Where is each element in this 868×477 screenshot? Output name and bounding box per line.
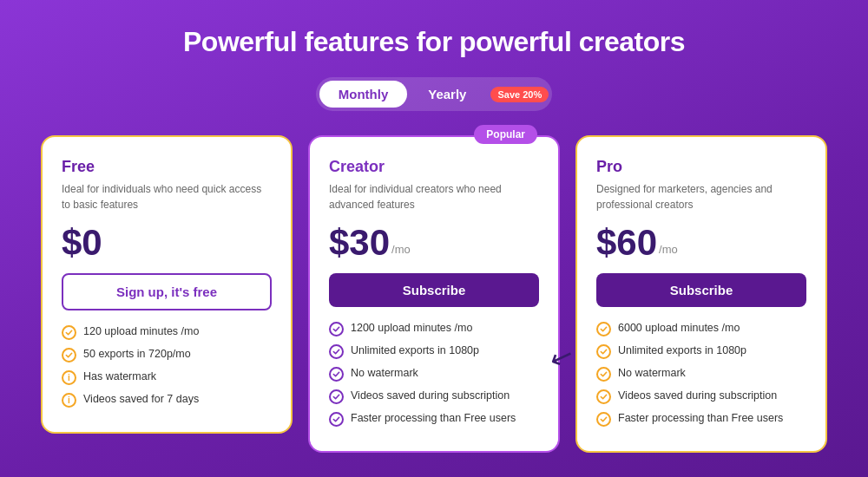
free-price-amount: $0 [62, 225, 102, 261]
list-item: 120 upload minutes /mo [62, 324, 272, 340]
list-item: Faster processing than Free users [596, 411, 806, 427]
list-item: Unlimited exports in 1080p [596, 343, 806, 359]
list-item: Videos saved during subscription [329, 389, 539, 404]
feature-text: 120 upload minutes /mo [83, 324, 199, 340]
list-item: No watermark [329, 366, 539, 382]
info-icon: i [62, 370, 76, 385]
list-item: Unlimited exports in 1080p [329, 343, 539, 359]
feature-text: Videos saved during subscription [351, 389, 510, 404]
check-icon [329, 389, 344, 404]
creator-cta-button[interactable]: Subscribe [329, 273, 539, 307]
billing-toggle-row: Monthly Yearly Save 20% [17, 77, 851, 111]
check-icon [329, 412, 344, 427]
feature-text: 50 exports in 720p/mo [83, 347, 191, 363]
feature-text: Unlimited exports in 1080p [618, 343, 746, 359]
feature-text: Videos saved for 7 days [83, 392, 199, 408]
list-item: i Videos saved for 7 days [62, 392, 272, 408]
free-plan-name: Free [62, 158, 272, 176]
creator-price-period: /mo [391, 243, 411, 256]
page-wrapper: Powerful features for powerful creators … [0, 0, 868, 477]
pro-plan-name: Pro [596, 158, 806, 176]
list-item: No watermark [596, 366, 806, 382]
feature-text: Faster processing than Free users [351, 411, 516, 427]
pro-plan-desc: Designed for marketers, agencies and pro… [596, 181, 806, 212]
free-features-list: 120 upload minutes /mo 50 exports in 720… [62, 324, 272, 408]
list-item: Videos saved during subscription [596, 389, 806, 404]
pro-price-amount: $60 [596, 225, 657, 261]
popular-badge: Popular [474, 125, 537, 144]
arrow-decoration: ↙ [545, 337, 578, 376]
feature-text: Has watermark [83, 369, 156, 385]
free-plan-card: Free Ideal for individuals who need quic… [41, 135, 293, 434]
free-plan-desc: Ideal for individuals who need quick acc… [62, 181, 272, 212]
pro-features-list: 6000 upload minutes /mo Unlimited export… [596, 321, 806, 427]
pro-cta-button[interactable]: Subscribe [596, 273, 806, 307]
pro-price-row: $60 /mo [596, 225, 806, 261]
feature-text: No watermark [618, 366, 686, 382]
feature-text: No watermark [351, 366, 418, 382]
list-item: 50 exports in 720p/mo [62, 347, 272, 363]
check-icon [62, 325, 76, 340]
check-icon [329, 367, 344, 382]
creator-price-row: $30 /mo ↙ [329, 225, 539, 261]
list-item: 6000 upload minutes /mo [596, 321, 806, 337]
check-icon [62, 348, 76, 363]
monthly-toggle[interactable]: Monthly [319, 81, 408, 108]
list-item: Faster processing than Free users [329, 411, 539, 427]
pro-price-period: /mo [659, 243, 678, 256]
billing-toggle-pill: Monthly Yearly Save 20% [316, 77, 552, 111]
pro-plan-card: Pro Designed for marketers, agencies and… [575, 135, 827, 453]
free-price-row: $0 [62, 225, 272, 261]
creator-plan-name: Creator [329, 158, 539, 176]
creator-plan-card: Popular Creator Ideal for individual cre… [308, 135, 560, 453]
feature-text: 1200 upload minutes /mo [351, 321, 472, 337]
info-icon: i [62, 393, 76, 408]
feature-text: Unlimited exports in 1080p [351, 343, 479, 359]
check-icon [329, 344, 344, 359]
feature-text: 6000 upload minutes /mo [618, 321, 740, 337]
list-item: 1200 upload minutes /mo [329, 321, 539, 337]
feature-text: Faster processing than Free users [618, 411, 783, 427]
check-icon [596, 389, 611, 404]
check-icon [596, 412, 611, 427]
page-title: Powerful features for powerful creators [17, 26, 851, 58]
check-icon [596, 344, 611, 359]
free-cta-button[interactable]: Sign up, it's free [62, 273, 272, 310]
check-icon [596, 367, 611, 382]
yearly-wrapper: Yearly Save 20% [409, 81, 549, 108]
creator-features-list: 1200 upload minutes /mo Unlimited export… [329, 321, 539, 427]
creator-plan-desc: Ideal for individual creators who need a… [329, 181, 539, 212]
check-icon [596, 322, 611, 337]
list-item: i Has watermark [62, 369, 272, 385]
pricing-cards-row: Free Ideal for individuals who need quic… [17, 135, 851, 453]
save-badge: Save 20% [490, 87, 549, 102]
creator-price-amount: $30 [329, 225, 390, 261]
check-icon [329, 322, 344, 337]
feature-text: Videos saved during subscription [618, 389, 777, 404]
yearly-toggle[interactable]: Yearly [409, 81, 485, 108]
